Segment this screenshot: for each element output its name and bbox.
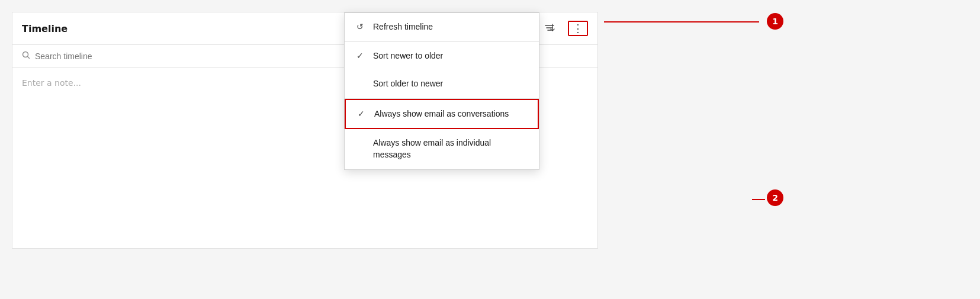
menu-item-conversations-label: Always show email as conversations [374, 108, 526, 120]
check-sort-newer-icon: ✓ [356, 51, 367, 60]
annotation-1: 1 [767, 13, 783, 30]
menu-item-sort-older[interactable]: Sort older to newer [345, 70, 539, 98]
menu-item-sort-newer-label: Sort newer to older [373, 50, 527, 62]
sort-icon [544, 22, 555, 35]
annotation-2: 2 [767, 189, 783, 206]
dropdown-menu: ↺ Refresh timeline ✓ Sort newer to older… [344, 12, 539, 170]
menu-item-individual-label: Always show email as individual messages [373, 137, 527, 160]
arrow-line-2 [752, 199, 765, 200]
more-menu-wrapper: ⋮ [568, 21, 588, 36]
menu-item-refresh-label: Refresh timeline [373, 21, 527, 33]
timeline-panel: Timeline + [12, 12, 598, 249]
menu-item-email-individual[interactable]: Always show email as individual messages [345, 129, 539, 169]
scene: Timeline + [0, 0, 980, 299]
note-placeholder: Enter a note... [22, 78, 81, 88]
menu-item-email-conversations[interactable]: ✓ Always show email as conversations [345, 99, 539, 130]
check-conversations-icon: ✓ [358, 109, 368, 118]
more-options-button[interactable]: ⋮ [568, 21, 588, 36]
menu-item-sort-older-label: Sort older to newer [373, 78, 527, 90]
sort-button[interactable] [542, 21, 557, 36]
menu-item-refresh[interactable]: ↺ Refresh timeline [345, 13, 539, 41]
menu-item-sort-newer[interactable]: ✓ Sort newer to older [345, 42, 539, 70]
more-icon: ⋮ [573, 23, 583, 34]
search-icon [22, 51, 30, 61]
refresh-icon: ↺ [356, 22, 367, 31]
arrow-line-1 [604, 21, 759, 22]
